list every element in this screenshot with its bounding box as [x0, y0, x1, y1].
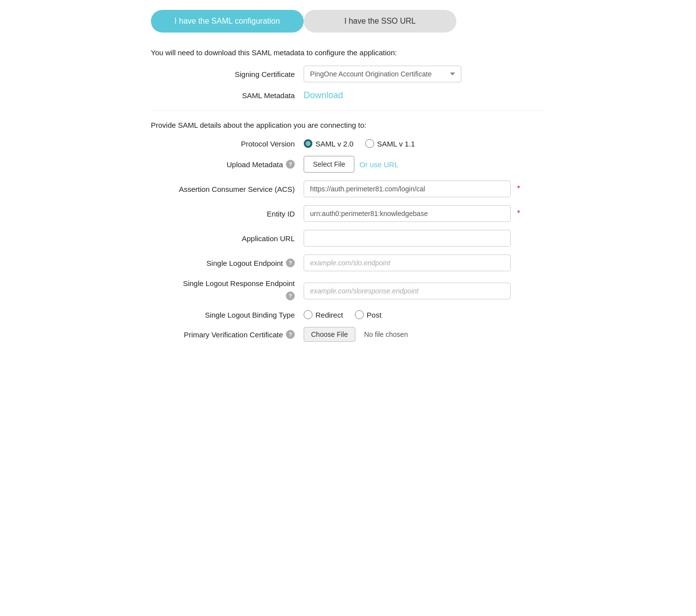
or-use-url-link[interactable]: Or use URL	[359, 160, 398, 169]
primary-cert-control: Choose File No file chosen	[304, 327, 545, 342]
protocol-saml1-label: SAML v 1.1	[377, 140, 415, 148]
saml-metadata-row: SAML Metadata Download	[151, 90, 545, 101]
slo-binding-redirect-option[interactable]: Redirect	[304, 310, 343, 319]
upload-metadata-control: Select File Or use URL	[304, 156, 545, 173]
signing-certificate-select[interactable]: PingOne Account Origination Certificate	[304, 66, 461, 82]
entity-id-row: Entity ID *	[151, 205, 545, 222]
application-url-row: Application URL	[151, 230, 545, 247]
choose-file-button[interactable]: Choose File	[304, 327, 355, 342]
saml-details-description: Provide SAML details about the applicati…	[151, 121, 545, 129]
acs-required: *	[517, 184, 520, 193]
slo-binding-post-radio[interactable]	[355, 310, 364, 319]
primary-cert-help-icon[interactable]: ?	[286, 330, 295, 339]
application-url-input[interactable]	[304, 230, 511, 247]
saml-metadata-control: Download	[304, 90, 545, 101]
slo-response-endpoint-label: Single Logout Response Endpoint ?	[151, 279, 304, 302]
entity-id-input[interactable]	[304, 205, 511, 222]
primary-cert-row: Primary Verification Certificate ? Choos…	[151, 327, 545, 342]
acs-label: Assertion Consumer Service (ACS)	[151, 185, 304, 193]
slo-endpoint-control	[304, 254, 545, 271]
primary-cert-label: Primary Verification Certificate ?	[151, 330, 304, 339]
tab-saml-config[interactable]: I have the SAML configuration	[151, 10, 304, 33]
protocol-version-label: Protocol Version	[151, 140, 304, 148]
slo-binding-post-label: Post	[367, 311, 382, 319]
no-file-chosen-text: No file chosen	[364, 330, 408, 338]
application-url-label: Application URL	[151, 234, 304, 243]
protocol-saml2-radio[interactable]	[304, 139, 313, 148]
signing-certificate-control: PingOne Account Origination Certificate	[304, 66, 545, 82]
slo-binding-radio-group: Redirect Post	[304, 310, 382, 319]
entity-id-control: *	[304, 205, 545, 222]
saml-metadata-label: SAML Metadata	[151, 91, 304, 100]
slo-binding-type-control: Redirect Post	[304, 310, 545, 319]
protocol-saml1-radio[interactable]	[365, 139, 374, 148]
saml-metadata-section: You will need to download this SAML meta…	[151, 48, 545, 101]
slo-endpoint-label: Single Logout Endpoint ?	[151, 258, 304, 267]
tab-sso-url[interactable]: I have the SSO URL	[304, 10, 456, 33]
slo-response-endpoint-control	[304, 283, 545, 299]
acs-control: *	[304, 181, 545, 197]
entity-id-required: *	[517, 209, 520, 218]
acs-input[interactable]	[304, 181, 511, 197]
acs-row: Assertion Consumer Service (ACS) *	[151, 181, 545, 197]
slo-endpoint-row: Single Logout Endpoint ?	[151, 254, 545, 271]
download-link[interactable]: Download	[304, 90, 343, 101]
select-file-button[interactable]: Select File	[304, 156, 354, 173]
slo-binding-redirect-radio[interactable]	[304, 310, 313, 319]
slo-endpoint-input[interactable]	[304, 254, 511, 271]
protocol-saml2-option[interactable]: SAML v 2.0	[304, 139, 353, 148]
section-divider	[151, 110, 545, 111]
slo-binding-post-option[interactable]: Post	[355, 310, 382, 319]
application-url-control	[304, 230, 545, 247]
signing-certificate-label: Signing Certificate	[151, 70, 304, 78]
protocol-version-control: SAML v 2.0 SAML v 1.1	[304, 139, 545, 148]
saml-section-description: You will need to download this SAML meta…	[151, 48, 545, 57]
saml-details-section: Provide SAML details about the applicati…	[151, 121, 545, 342]
slo-binding-type-row: Single Logout Binding Type Redirect Post	[151, 310, 545, 319]
slo-endpoint-help-icon[interactable]: ?	[286, 258, 295, 267]
protocol-saml2-label: SAML v 2.0	[315, 140, 353, 148]
slo-response-help-icon[interactable]: ?	[286, 291, 295, 300]
upload-metadata-help-icon[interactable]: ?	[286, 160, 295, 169]
slo-binding-type-label: Single Logout Binding Type	[151, 311, 304, 319]
upload-metadata-label: Upload Metadata ?	[151, 160, 304, 169]
signing-certificate-row: Signing Certificate PingOne Account Orig…	[151, 66, 545, 82]
upload-metadata-row: Upload Metadata ? Select File Or use URL	[151, 156, 545, 173]
protocol-version-row: Protocol Version SAML v 2.0 SAML v 1.1	[151, 139, 545, 148]
slo-response-endpoint-row: Single Logout Response Endpoint ?	[151, 279, 545, 302]
entity-id-label: Entity ID	[151, 210, 304, 218]
slo-response-endpoint-input[interactable]	[304, 283, 511, 299]
tab-switcher: I have the SAML configuration I have the…	[151, 10, 456, 33]
protocol-version-radio-group: SAML v 2.0 SAML v 1.1	[304, 139, 415, 148]
slo-binding-redirect-label: Redirect	[315, 311, 343, 319]
protocol-saml1-option[interactable]: SAML v 1.1	[365, 139, 415, 148]
